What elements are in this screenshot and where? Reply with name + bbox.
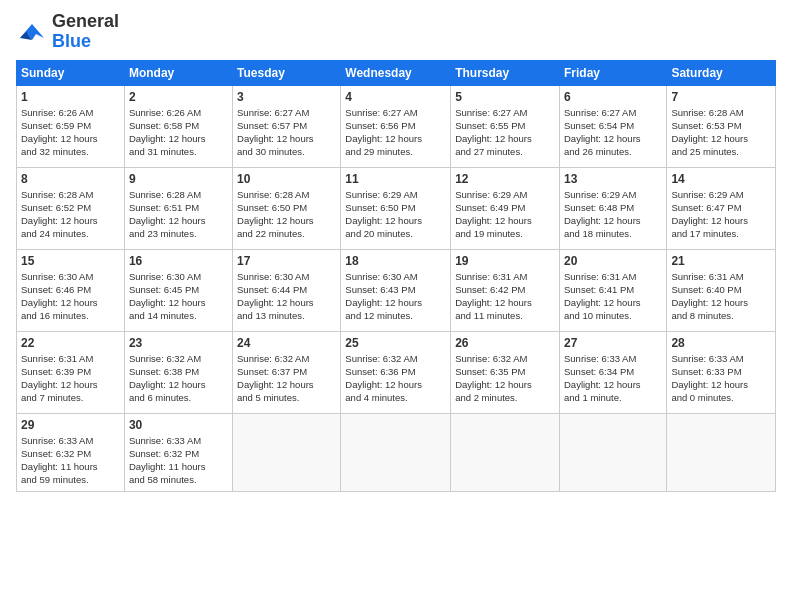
- col-tuesday: Tuesday: [233, 60, 341, 85]
- day-info: Sunrise: 6:29 AMSunset: 6:49 PMDaylight:…: [455, 189, 532, 240]
- day-info: Sunrise: 6:33 AMSunset: 6:34 PMDaylight:…: [564, 353, 641, 404]
- calendar-day-11: 11Sunrise: 6:29 AMSunset: 6:50 PMDayligh…: [341, 167, 451, 249]
- day-info: Sunrise: 6:31 AMSunset: 6:41 PMDaylight:…: [564, 271, 641, 322]
- calendar-week-4: 22Sunrise: 6:31 AMSunset: 6:39 PMDayligh…: [17, 331, 776, 413]
- day-info: Sunrise: 6:27 AMSunset: 6:54 PMDaylight:…: [564, 107, 641, 158]
- day-info: Sunrise: 6:28 AMSunset: 6:50 PMDaylight:…: [237, 189, 314, 240]
- day-info: Sunrise: 6:29 AMSunset: 6:48 PMDaylight:…: [564, 189, 641, 240]
- day-number: 12: [455, 172, 555, 186]
- day-info: Sunrise: 6:28 AMSunset: 6:52 PMDaylight:…: [21, 189, 98, 240]
- day-number: 24: [237, 336, 336, 350]
- calendar-day-empty-4-4: [451, 413, 560, 491]
- calendar-week-5: 29Sunrise: 6:33 AMSunset: 6:32 PMDayligh…: [17, 413, 776, 491]
- calendar-day-6: 6Sunrise: 6:27 AMSunset: 6:54 PMDaylight…: [559, 85, 666, 167]
- day-info: Sunrise: 6:29 AMSunset: 6:47 PMDaylight:…: [671, 189, 748, 240]
- day-number: 13: [564, 172, 662, 186]
- calendar-day-empty-4-3: [341, 413, 451, 491]
- day-number: 10: [237, 172, 336, 186]
- calendar-header-row: Sunday Monday Tuesday Wednesday Thursday…: [17, 60, 776, 85]
- day-number: 18: [345, 254, 446, 268]
- main-container: General Blue Sunday Monday Tuesday Wedne…: [0, 0, 792, 500]
- calendar-day-21: 21Sunrise: 6:31 AMSunset: 6:40 PMDayligh…: [667, 249, 776, 331]
- col-friday: Friday: [559, 60, 666, 85]
- day-info: Sunrise: 6:33 AMSunset: 6:32 PMDaylight:…: [129, 435, 206, 486]
- calendar-week-3: 15Sunrise: 6:30 AMSunset: 6:46 PMDayligh…: [17, 249, 776, 331]
- calendar-day-28: 28Sunrise: 6:33 AMSunset: 6:33 PMDayligh…: [667, 331, 776, 413]
- day-number: 3: [237, 90, 336, 104]
- calendar-day-3: 3Sunrise: 6:27 AMSunset: 6:57 PMDaylight…: [233, 85, 341, 167]
- calendar-day-empty-4-6: [667, 413, 776, 491]
- col-sunday: Sunday: [17, 60, 125, 85]
- day-number: 20: [564, 254, 662, 268]
- calendar-day-1: 1Sunrise: 6:26 AMSunset: 6:59 PMDaylight…: [17, 85, 125, 167]
- calendar-day-26: 26Sunrise: 6:32 AMSunset: 6:35 PMDayligh…: [451, 331, 560, 413]
- col-saturday: Saturday: [667, 60, 776, 85]
- day-info: Sunrise: 6:27 AMSunset: 6:56 PMDaylight:…: [345, 107, 422, 158]
- calendar-day-30: 30Sunrise: 6:33 AMSunset: 6:32 PMDayligh…: [124, 413, 232, 491]
- calendar-day-27: 27Sunrise: 6:33 AMSunset: 6:34 PMDayligh…: [559, 331, 666, 413]
- day-info: Sunrise: 6:27 AMSunset: 6:57 PMDaylight:…: [237, 107, 314, 158]
- day-info: Sunrise: 6:32 AMSunset: 6:37 PMDaylight:…: [237, 353, 314, 404]
- calendar-body: 1Sunrise: 6:26 AMSunset: 6:59 PMDaylight…: [17, 85, 776, 491]
- logo-text-line2: Blue: [52, 32, 119, 52]
- day-number: 29: [21, 418, 120, 432]
- day-info: Sunrise: 6:33 AMSunset: 6:33 PMDaylight:…: [671, 353, 748, 404]
- header: General Blue: [16, 12, 776, 52]
- calendar-day-empty-4-2: [233, 413, 341, 491]
- calendar-week-2: 8Sunrise: 6:28 AMSunset: 6:52 PMDaylight…: [17, 167, 776, 249]
- day-info: Sunrise: 6:30 AMSunset: 6:44 PMDaylight:…: [237, 271, 314, 322]
- day-info: Sunrise: 6:31 AMSunset: 6:39 PMDaylight:…: [21, 353, 98, 404]
- calendar-day-9: 9Sunrise: 6:28 AMSunset: 6:51 PMDaylight…: [124, 167, 232, 249]
- calendar-day-5: 5Sunrise: 6:27 AMSunset: 6:55 PMDaylight…: [451, 85, 560, 167]
- calendar-day-7: 7Sunrise: 6:28 AMSunset: 6:53 PMDaylight…: [667, 85, 776, 167]
- calendar-day-16: 16Sunrise: 6:30 AMSunset: 6:45 PMDayligh…: [124, 249, 232, 331]
- day-number: 1: [21, 90, 120, 104]
- calendar-day-17: 17Sunrise: 6:30 AMSunset: 6:44 PMDayligh…: [233, 249, 341, 331]
- day-info: Sunrise: 6:28 AMSunset: 6:53 PMDaylight:…: [671, 107, 748, 158]
- day-info: Sunrise: 6:26 AMSunset: 6:59 PMDaylight:…: [21, 107, 98, 158]
- day-info: Sunrise: 6:27 AMSunset: 6:55 PMDaylight:…: [455, 107, 532, 158]
- day-info: Sunrise: 6:31 AMSunset: 6:42 PMDaylight:…: [455, 271, 532, 322]
- day-number: 25: [345, 336, 446, 350]
- calendar-day-23: 23Sunrise: 6:32 AMSunset: 6:38 PMDayligh…: [124, 331, 232, 413]
- day-number: 4: [345, 90, 446, 104]
- calendar-day-18: 18Sunrise: 6:30 AMSunset: 6:43 PMDayligh…: [341, 249, 451, 331]
- calendar-day-22: 22Sunrise: 6:31 AMSunset: 6:39 PMDayligh…: [17, 331, 125, 413]
- calendar-day-15: 15Sunrise: 6:30 AMSunset: 6:46 PMDayligh…: [17, 249, 125, 331]
- day-number: 16: [129, 254, 228, 268]
- day-number: 19: [455, 254, 555, 268]
- day-info: Sunrise: 6:33 AMSunset: 6:32 PMDaylight:…: [21, 435, 98, 486]
- day-info: Sunrise: 6:26 AMSunset: 6:58 PMDaylight:…: [129, 107, 206, 158]
- day-info: Sunrise: 6:30 AMSunset: 6:43 PMDaylight:…: [345, 271, 422, 322]
- calendar-day-12: 12Sunrise: 6:29 AMSunset: 6:49 PMDayligh…: [451, 167, 560, 249]
- day-number: 17: [237, 254, 336, 268]
- calendar-day-20: 20Sunrise: 6:31 AMSunset: 6:41 PMDayligh…: [559, 249, 666, 331]
- calendar-table: Sunday Monday Tuesday Wednesday Thursday…: [16, 60, 776, 492]
- day-number: 14: [671, 172, 771, 186]
- day-number: 7: [671, 90, 771, 104]
- day-info: Sunrise: 6:29 AMSunset: 6:50 PMDaylight:…: [345, 189, 422, 240]
- day-number: 23: [129, 336, 228, 350]
- logo-text-line1: General: [52, 12, 119, 32]
- day-info: Sunrise: 6:31 AMSunset: 6:40 PMDaylight:…: [671, 271, 748, 322]
- day-number: 22: [21, 336, 120, 350]
- calendar-day-empty-4-5: [559, 413, 666, 491]
- day-info: Sunrise: 6:30 AMSunset: 6:46 PMDaylight:…: [21, 271, 98, 322]
- day-number: 28: [671, 336, 771, 350]
- calendar-day-25: 25Sunrise: 6:32 AMSunset: 6:36 PMDayligh…: [341, 331, 451, 413]
- day-number: 30: [129, 418, 228, 432]
- col-thursday: Thursday: [451, 60, 560, 85]
- day-number: 21: [671, 254, 771, 268]
- day-number: 27: [564, 336, 662, 350]
- day-info: Sunrise: 6:32 AMSunset: 6:35 PMDaylight:…: [455, 353, 532, 404]
- calendar-day-29: 29Sunrise: 6:33 AMSunset: 6:32 PMDayligh…: [17, 413, 125, 491]
- day-info: Sunrise: 6:30 AMSunset: 6:45 PMDaylight:…: [129, 271, 206, 322]
- day-info: Sunrise: 6:32 AMSunset: 6:38 PMDaylight:…: [129, 353, 206, 404]
- calendar-day-10: 10Sunrise: 6:28 AMSunset: 6:50 PMDayligh…: [233, 167, 341, 249]
- col-monday: Monday: [124, 60, 232, 85]
- calendar-day-4: 4Sunrise: 6:27 AMSunset: 6:56 PMDaylight…: [341, 85, 451, 167]
- logo: General Blue: [16, 12, 119, 52]
- day-number: 5: [455, 90, 555, 104]
- logo-icon: [16, 18, 48, 46]
- day-number: 6: [564, 90, 662, 104]
